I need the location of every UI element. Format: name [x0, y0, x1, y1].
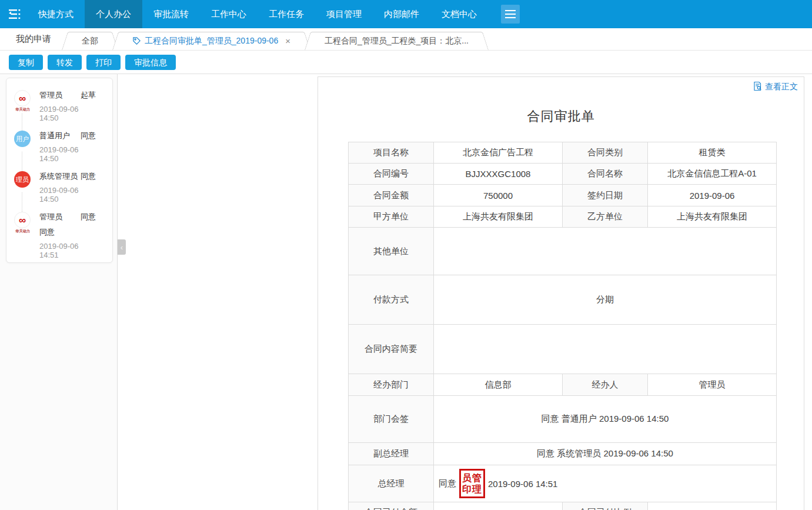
tab-label: 工程合同_管理员_工程类_项目：北京...	[325, 36, 469, 46]
timeline-item-header: 系统管理员同意	[39, 171, 96, 182]
field-value: 上海共友有限集团	[434, 206, 563, 228]
approval-comment: 同意	[39, 227, 96, 238]
field-label: 合同内容简要	[349, 325, 434, 374]
close-tab-icon[interactable]: ×	[285, 36, 290, 45]
approval-action: 同意	[81, 212, 96, 222]
nav-item-personal-office[interactable]: 个人办公	[85, 0, 142, 28]
page-title: 我的申请	[16, 34, 51, 45]
field-value: 上海共友有限集团	[648, 206, 777, 228]
field-value: 750000	[434, 185, 563, 206]
main-menu: 快捷方式个人办公审批流转工作中心工作任务项目管理内部邮件文档中心	[27, 0, 488, 28]
table-row: 合同已付金额300000合同已付比例30	[349, 502, 777, 510]
field-value: 北京金信广告工程	[434, 142, 563, 164]
tab-label: 全部	[82, 36, 98, 46]
timeline-item: ∞华天动力管理员同意同意2019-09-06 14:51	[6, 208, 112, 263]
timeline-item: ∞华天动力管理员起草2019-09-06 14:50	[6, 86, 112, 127]
approver-name: 管理员	[39, 90, 62, 101]
menu-more-button[interactable]	[501, 5, 520, 24]
timeline-item-header: 普通用户同意	[39, 131, 96, 141]
field-label: 总经理	[349, 465, 434, 502]
timeline-item-header: 管理员起草	[39, 90, 96, 101]
field-value	[434, 228, 777, 275]
forward-button[interactable]: 转发	[48, 55, 82, 70]
approval-time: 2019-09-06 14:50	[39, 105, 96, 122]
nav-item-work-center[interactable]: 工作中心	[200, 0, 258, 28]
field-label: 经办部门	[349, 374, 434, 396]
table-row: 合同内容简要	[349, 325, 777, 374]
table-row: 部门会签同意 普通用户 2019-09-06 14:50	[349, 396, 777, 443]
approval-action: 同意	[81, 171, 96, 182]
tab-contract-approval-form[interactable]: 工程合同审批单_管理员_2019-09-06×	[119, 32, 303, 50]
collapse-panel-handle[interactable]: ‹	[118, 239, 126, 255]
approval-signature: 同意员管印理2019-09-06 14:51	[439, 469, 771, 498]
field-label: 合同编号	[349, 164, 434, 185]
stamp-line: 印理	[461, 484, 483, 495]
document-panel: 查看正文 合同审批单 项目名称北京金信广告工程合同类别租赁类合同编号BJJXXX…	[318, 76, 804, 510]
approver-name: 系统管理员	[39, 171, 78, 182]
approval-history-pane: ∞华天动力管理员起草2019-09-06 14:50用户普通用户同意2019-0…	[0, 74, 118, 510]
avatar: 理员	[14, 171, 31, 188]
tab-bar: 我的申请 全部工程合同审批单_管理员_2019-09-06×工程合同_管理员_工…	[0, 28, 812, 51]
table-row: 副总经理同意 系统管理员 2019-09-06 14:50	[349, 443, 777, 465]
table-row: 甲方单位上海共友有限集团乙方单位上海共友有限集团	[349, 206, 777, 228]
tab-all[interactable]: 全部	[69, 32, 111, 50]
approval-time: 2019-09-06 14:51	[39, 242, 96, 259]
avatar: ∞华天动力	[14, 90, 31, 113]
copy-button[interactable]: 复制	[9, 55, 43, 70]
field-value	[434, 325, 777, 374]
document-title: 合同审批单	[318, 108, 804, 125]
field-label: 合同类别	[563, 142, 648, 164]
table-row: 合同编号BJJXXXGC1008合同名称北京金信信息工程A-01	[349, 164, 777, 185]
field-label: 合同名称	[563, 164, 648, 185]
company-logo-icon: ∞	[14, 90, 31, 106]
user-avatar: 理员	[14, 171, 31, 188]
approver-name: 管理员	[39, 212, 62, 222]
approver-name: 普通用户	[39, 131, 70, 141]
company-logo-text: 华天动力	[15, 229, 29, 234]
field-value: 同意 系统管理员 2019-09-06 14:50	[434, 443, 777, 465]
field-label: 项目名称	[349, 142, 434, 164]
table-row: 项目名称北京金信广告工程合同类别租赁类	[349, 142, 777, 164]
tab-contract-doc[interactable]: 工程合同_管理员_工程类_项目：北京...	[312, 32, 482, 50]
open-tabs: 全部工程合同审批单_管理员_2019-09-06×工程合同_管理员_工程类_项目…	[69, 32, 490, 50]
view-body-link[interactable]: 查看正文	[753, 81, 798, 93]
field-value: 管理员	[648, 374, 777, 396]
field-label: 其他单位	[349, 228, 434, 275]
field-label: 合同已付金额	[349, 502, 434, 510]
timeline-item: 理员系统管理员同意2019-09-06 14:50	[6, 168, 112, 208]
field-value: 租赁类	[648, 142, 777, 164]
field-label: 付款方式	[349, 275, 434, 325]
field-value: 30	[648, 502, 777, 510]
tab-label: 工程合同审批单_管理员_2019-09-06	[145, 36, 278, 46]
nav-item-project-management[interactable]: 项目管理	[315, 0, 373, 28]
menu-collapse-icon[interactable]	[0, 0, 27, 28]
nav-item-approval-flow[interactable]: 审批流转	[142, 0, 200, 28]
nav-item-shortcuts[interactable]: 快捷方式	[27, 0, 85, 28]
table-row: 付款方式分期	[349, 275, 777, 325]
field-label: 合同已付比例	[563, 502, 648, 510]
field-value: 信息部	[434, 374, 563, 396]
approval-timeline-card: ∞华天动力管理员起草2019-09-06 14:50用户普通用户同意2019-0…	[6, 78, 113, 263]
company-logo-text: 华天动力	[15, 107, 29, 112]
table-row: 合同金额750000签约日期2019-09-06	[349, 185, 777, 206]
field-value: 分期	[434, 275, 777, 325]
field-label: 合同金额	[349, 185, 434, 206]
content-area: ∞华天动力管理员起草2019-09-06 14:50用户普通用户同意2019-0…	[0, 74, 812, 510]
field-value: 2019-09-06	[648, 185, 777, 206]
view-body-label: 查看正文	[765, 82, 798, 92]
approval-action-text: 同意	[439, 478, 456, 489]
field-label: 副总经理	[349, 443, 434, 465]
field-label: 经办人	[563, 374, 648, 396]
contract-approval-table: 项目名称北京金信广告工程合同类别租赁类合同编号BJJXXXGC1008合同名称北…	[348, 142, 777, 510]
nav-item-document-center[interactable]: 文档中心	[430, 0, 488, 28]
table-row: 总经理同意员管印理2019-09-06 14:51	[349, 465, 777, 502]
nav-item-work-tasks[interactable]: 工作任务	[258, 0, 315, 28]
approval-info-button[interactable]: 审批信息	[125, 55, 176, 70]
nav-item-internal-mail[interactable]: 内部邮件	[373, 0, 430, 28]
approval-stamp: 员管印理	[459, 469, 485, 498]
print-button[interactable]: 打印	[86, 55, 121, 70]
action-toolbar: 复制转发打印审批信息	[0, 51, 812, 74]
approval-time: 2019-09-06 14:50	[39, 145, 96, 163]
approval-time: 2019-09-06 14:50	[39, 186, 96, 204]
field-label: 乙方单位	[563, 206, 648, 228]
